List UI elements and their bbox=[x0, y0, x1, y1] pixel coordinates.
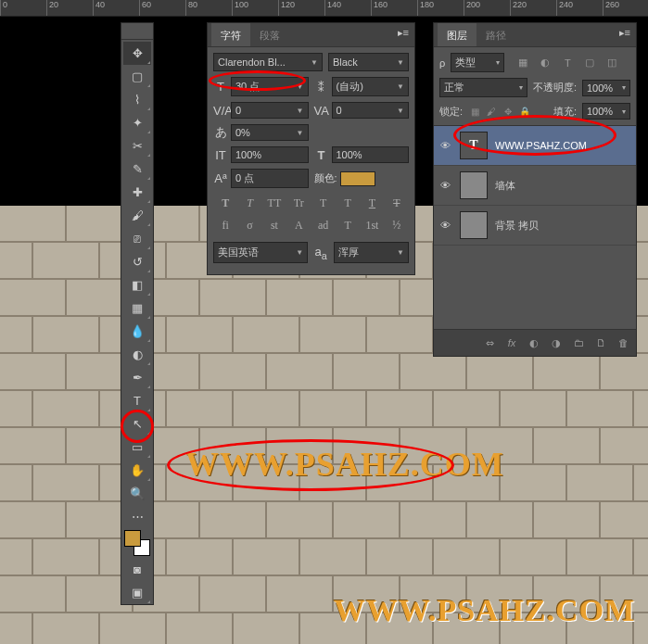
brush-tool[interactable]: 🖌 bbox=[123, 204, 151, 227]
fill-input[interactable]: 100%▾ bbox=[582, 103, 630, 120]
layer-fx-icon[interactable]: fx bbox=[504, 335, 519, 350]
tab-layers[interactable]: 图层 bbox=[438, 23, 476, 46]
eraser-tool[interactable]: ◧ bbox=[123, 273, 151, 297]
path-selection-tool[interactable]: ↖ bbox=[123, 412, 151, 436]
layer-visibility-icon[interactable]: 👁 bbox=[438, 220, 452, 231]
canvas-text-psahz-1[interactable]: WWW.PSAHZ.COM bbox=[185, 445, 504, 484]
layer-name[interactable]: 背景 拷贝 bbox=[495, 219, 632, 233]
link-layers-icon[interactable]: ⇔ bbox=[482, 335, 497, 350]
baseline-input[interactable]: 0 点 bbox=[231, 169, 309, 188]
lock-position-icon[interactable]: ✥ bbox=[502, 105, 515, 118]
underline-button[interactable]: T bbox=[362, 194, 382, 212]
move-tool[interactable]: ✥ bbox=[123, 42, 151, 65]
layer-mask-icon[interactable]: ◐ bbox=[527, 335, 541, 350]
layer-group-icon[interactable]: 🗀 bbox=[571, 335, 586, 350]
layer-visibility-icon[interactable]: 👁 bbox=[438, 180, 452, 191]
type-tool[interactable]: T bbox=[123, 389, 151, 412]
leading-input[interactable]: (自动)▼ bbox=[332, 77, 410, 96]
language-dropdown[interactable]: 美国英语▼ bbox=[213, 242, 308, 263]
history-brush-tool[interactable]: ↺ bbox=[123, 250, 151, 273]
filter-adjust-icon[interactable]: ◐ bbox=[538, 56, 553, 70]
layer-item[interactable]: 👁 T WWW.PSAHZ.COM bbox=[434, 126, 636, 166]
hscale-input[interactable]: 100% bbox=[332, 146, 410, 163]
blur-tool[interactable]: 💧 bbox=[123, 320, 151, 343]
ot-alt-button[interactable]: σ bbox=[240, 216, 260, 234]
opacity-value: 100% bbox=[587, 82, 613, 94]
tab-paragraph[interactable]: 段落 bbox=[250, 23, 289, 46]
panel-menu-icon[interactable]: ▸≡ bbox=[392, 23, 414, 46]
tab-character[interactable]: 字符 bbox=[211, 23, 250, 46]
filter-type-dropdown[interactable]: 类型▾ bbox=[451, 53, 504, 72]
magic-wand-tool[interactable]: ✦ bbox=[123, 111, 151, 134]
antialias-value: 浑厚 bbox=[338, 246, 359, 259]
text-color-swatch[interactable] bbox=[340, 171, 375, 186]
eyedropper-tool[interactable]: ✎ bbox=[123, 158, 151, 181]
filter-smart-icon[interactable]: ◫ bbox=[604, 56, 619, 70]
layer-thumbnail[interactable]: T bbox=[460, 132, 488, 159]
filter-shape-icon[interactable]: ▢ bbox=[582, 56, 597, 70]
kerning-input[interactable]: 0▼ bbox=[231, 102, 309, 119]
healing-brush-tool[interactable]: ✚ bbox=[123, 181, 151, 204]
layer-name[interactable]: 墙体 bbox=[495, 179, 632, 193]
allcaps-button[interactable]: TT bbox=[264, 194, 285, 212]
tracking-value: 0 bbox=[337, 105, 342, 116]
new-layer-icon[interactable]: 🗋 bbox=[593, 335, 608, 350]
ot-stylistic-button[interactable]: st bbox=[264, 216, 285, 234]
italic-button[interactable]: T bbox=[240, 194, 260, 212]
antialias-dropdown[interactable]: 浑厚▼ bbox=[334, 242, 409, 263]
chevron-down-icon: ▼ bbox=[397, 58, 404, 67]
ot-ordinals-button[interactable]: T bbox=[337, 216, 358, 234]
toolbox-tab-grip[interactable] bbox=[121, 29, 153, 40]
zoom-tool[interactable]: 🔍 bbox=[123, 482, 151, 505]
delete-layer-icon[interactable]: 🗑 bbox=[616, 335, 630, 350]
blend-mode-dropdown[interactable]: 正常▾ bbox=[439, 78, 527, 97]
rectangle-tool[interactable]: ▭ bbox=[123, 436, 151, 459]
clone-stamp-tool[interactable]: ⎚ bbox=[123, 227, 151, 250]
layer-thumbnail[interactable] bbox=[460, 171, 488, 199]
lock-all-icon[interactable]: 🔒 bbox=[518, 105, 531, 118]
ot-titling-button[interactable]: ad bbox=[313, 216, 334, 234]
filter-type-icon[interactable]: T bbox=[560, 56, 575, 70]
layer-name[interactable]: WWW.PSAHZ.COM bbox=[495, 140, 632, 151]
extra-tool[interactable]: ⋯ bbox=[123, 505, 151, 528]
pen-tool[interactable]: ✒ bbox=[123, 366, 151, 389]
quick-mask-toggle[interactable]: ◙ bbox=[123, 558, 151, 581]
screen-mode-toggle[interactable]: ▣ bbox=[123, 581, 151, 604]
superscript-button[interactable]: T bbox=[313, 194, 334, 212]
bold-button[interactable]: T bbox=[215, 194, 235, 212]
panel-menu-icon[interactable]: ▸≡ bbox=[614, 23, 636, 46]
subscript-button[interactable]: T bbox=[337, 194, 358, 212]
lock-paint-icon[interactable]: 🖌 bbox=[485, 105, 498, 118]
ot-fractions-button[interactable]: ½ bbox=[387, 216, 407, 234]
chevron-down-icon: ▾ bbox=[496, 58, 500, 67]
font-family-dropdown[interactable]: Clarendon Bl...▼ bbox=[213, 53, 323, 71]
ligature-button[interactable]: fi bbox=[215, 216, 235, 234]
dodge-tool[interactable]: ◐ bbox=[123, 343, 151, 366]
foreground-background-colors[interactable] bbox=[124, 530, 150, 556]
strike-button[interactable]: T bbox=[387, 194, 407, 212]
crop-tool[interactable]: ✂ bbox=[123, 134, 151, 158]
ot-swash-button[interactable]: A bbox=[288, 216, 309, 234]
smallcaps-button[interactable]: Tr bbox=[288, 194, 309, 212]
opacity-input[interactable]: 100%▾ bbox=[582, 80, 630, 96]
vscale-input[interactable]: 100% bbox=[231, 146, 309, 163]
filter-pixel-icon[interactable]: ▦ bbox=[515, 56, 530, 70]
ruler-horizontal[interactable]: 0204060801001201401601802002202402602803… bbox=[0, 0, 648, 17]
font-style-dropdown[interactable]: Black▼ bbox=[328, 53, 409, 71]
gradient-tool[interactable]: ▦ bbox=[123, 297, 151, 320]
marquee-tool[interactable]: ▢ bbox=[123, 65, 151, 88]
layer-item[interactable]: 👁 墙体 bbox=[434, 166, 636, 206]
hand-tool[interactable]: ✋ bbox=[123, 459, 151, 482]
tracking-input[interactable]: 0▼ bbox=[332, 102, 410, 119]
font-size-input[interactable]: 30 点▼ bbox=[231, 77, 309, 96]
ot-ordinals2-button[interactable]: 1st bbox=[362, 216, 382, 234]
layer-thumbnail[interactable] bbox=[460, 211, 488, 239]
foreground-color[interactable] bbox=[124, 530, 141, 547]
lock-transparent-icon[interactable]: ▦ bbox=[468, 105, 481, 118]
adjustment-layer-icon[interactable]: ◑ bbox=[549, 335, 564, 350]
layer-visibility-icon[interactable]: 👁 bbox=[438, 140, 452, 151]
layer-item[interactable]: 👁 背景 拷贝 bbox=[434, 206, 636, 246]
scale-input[interactable]: 0%▼ bbox=[231, 124, 309, 141]
tab-paths[interactable]: 路径 bbox=[476, 23, 515, 46]
lasso-tool[interactable]: ⌇ bbox=[123, 88, 151, 111]
